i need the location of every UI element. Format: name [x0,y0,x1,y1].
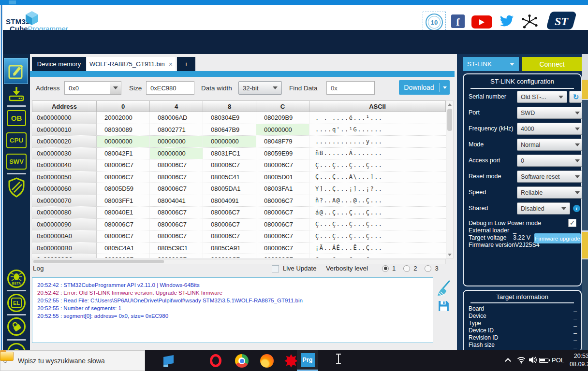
tab-add[interactable]: + [177,57,195,71]
data-width-dropdown[interactable]: 32-bit [238,81,282,95]
hex-value-cell[interactable]: 080006C7 [203,219,256,230]
hex-value-cell[interactable]: 08005D59 [97,183,150,195]
sidebar-item-external-loaders[interactable]: EL [6,294,27,312]
facebook-icon[interactable]: f [451,14,465,28]
save-log-floppy-icon[interactable] [437,300,450,314]
sidebar-item-option-bytes[interactable]: OB [6,110,27,126]
horizontal-scrollbar[interactable] [32,259,446,264]
taskbar-app-icon-blue[interactable] [162,354,175,368]
header-c[interactable]: C [256,100,309,112]
taskbar-search-box[interactable]: Wpisz tu wyszukiwane słowa [0,350,145,371]
hex-value-cell[interactable]: 20002000 [97,112,150,124]
hex-value-cell[interactable]: 080006C7 [150,171,203,183]
config-dropdown[interactable]: Software reset [517,171,584,183]
find-data-input[interactable]: 0x [326,81,375,95]
hex-value-cell[interactable]: 080647B9 [203,124,256,136]
hex-value-cell[interactable]: 080006C7 [256,219,309,230]
hex-value-cell[interactable]: 08004041 [150,195,203,207]
firefox-icon[interactable] [260,354,274,368]
tab-close-icon[interactable]: × [169,60,173,68]
hex-value-cell[interactable]: 080006C7 [203,254,256,258]
config-dropdown[interactable]: Normal [517,139,584,151]
hex-value-cell[interactable]: 080006C7 [256,207,309,218]
info-icon[interactable]: i [573,205,580,212]
verbosity-option[interactable]: 1 [382,265,396,272]
header-address[interactable]: Address [32,100,97,112]
hex-value-cell[interactable]: 080006AD [150,112,203,124]
taskbar-item-cubeprogrammer[interactable]: Prg [297,350,318,371]
hex-value-cell[interactable]: 0805CA91 [203,243,256,254]
sidebar-item-erasing-programming[interactable] [6,86,27,102]
scroll-down-arrow[interactable] [447,251,453,258]
hex-value-cell[interactable]: 08002771 [150,124,203,136]
hex-value-cell[interactable]: 080006C7 [97,254,150,258]
hex-value-cell[interactable]: 080006C7 [256,195,309,207]
live-update-checkbox[interactable] [272,265,279,272]
hex-value-cell[interactable]: 0805C9C1 [150,243,203,254]
tray-clock[interactable]: 20:53 08.09.20 [570,352,588,369]
hex-value-cell[interactable]: 08031FC1 [203,148,256,159]
chrome-icon[interactable] [235,354,249,368]
speaker-icon[interactable] [529,356,537,366]
hex-value-cell[interactable]: 00000000 [256,124,309,136]
scroll-up-arrow[interactable] [447,101,453,108]
header-8[interactable]: 8 [203,100,256,112]
wifi-icon[interactable] [517,356,526,366]
size-input[interactable]: 0xEC980 [146,81,194,95]
hex-value-cell[interactable]: 08003FF1 [97,195,150,207]
hex-value-cell[interactable]: 080006C7 [256,230,309,242]
hex-value-cell[interactable]: 080006C7 [150,159,203,171]
opera-icon[interactable] [210,354,221,367]
sidebar-item-security[interactable] [6,177,27,199]
address-combo[interactable]: 0x0 [64,81,121,95]
hex-value-cell[interactable]: 08005DA1 [203,183,256,195]
sidebar-item-cpu[interactable]: CPU [6,132,27,148]
download-dropdown[interactable] [439,83,450,92]
tab-device-memory[interactable]: Device memory [32,57,86,71]
header-0[interactable]: 0 [97,100,150,112]
address-dropdown-button[interactable] [110,82,121,94]
verbosity-option[interactable]: 3 [425,265,438,272]
hex-value-cell[interactable]: 080006C7 [97,230,150,242]
hex-value-cell[interactable]: 00000000 [150,148,203,159]
tray-chevron-up-icon[interactable] [505,358,511,364]
hex-value-cell[interactable]: 080006C7 [203,159,256,171]
radio-icon[interactable] [403,265,410,272]
header-4[interactable]: 4 [150,100,203,112]
probe-selector-dropdown[interactable]: ST-LINK [463,57,519,71]
youtube-icon[interactable] [471,15,492,29]
scrollbar-thumb[interactable] [33,260,164,263]
hex-value-cell[interactable]: 080042F1 [97,148,150,159]
hex-value-cell[interactable]: 080006C7 [256,243,309,254]
vertical-scrollbar[interactable] [446,100,454,258]
hex-value-cell[interactable]: 08048F79 [256,136,309,147]
config-dropdown[interactable]: 0 [517,155,584,167]
hex-value-cell[interactable]: 080006C7 [256,159,309,171]
config-dropdown[interactable]: SWD [517,107,584,119]
hex-value-cell[interactable]: 08030089 [97,124,150,136]
config-dropdown[interactable]: 4000 [517,123,584,135]
refresh-serial-button[interactable]: ↻ [569,91,583,103]
hex-value-cell[interactable]: 080006C7 [150,219,203,230]
hex-value-cell[interactable]: 080006C7 [150,254,203,258]
header-ascii[interactable]: ASCII [309,100,446,112]
hex-value-cell[interactable]: 08059E99 [256,148,309,159]
network-nodes-icon[interactable] [521,14,538,31]
tray-language[interactable]: POL [552,357,564,364]
hex-value-cell[interactable]: 08005D01 [256,171,309,183]
st-logo-icon[interactable]: ST [546,11,576,32]
hex-value-cell[interactable]: 080006C7 [203,207,256,218]
hex-value-cell[interactable]: 080304E9 [203,112,256,124]
hex-value-cell[interactable]: 00000000 [150,136,203,147]
hex-value-cell[interactable]: 080006C7 [97,159,150,171]
file-explorer-icon[interactable] [0,350,14,361]
battery-icon[interactable] [539,358,548,363]
verbosity-option[interactable]: 2 [403,265,417,272]
radio-icon[interactable] [382,265,389,272]
sidebar-item-swv[interactable]: SWV [6,153,27,170]
hex-value-cell[interactable]: 08004091 [203,195,256,207]
connect-button[interactable]: Connect [522,57,582,71]
hex-value-cell[interactable]: 080040E1 [97,207,150,218]
scrollbar-thumb[interactable] [447,109,452,131]
hex-value-cell[interactable]: 080209B9 [256,112,309,124]
